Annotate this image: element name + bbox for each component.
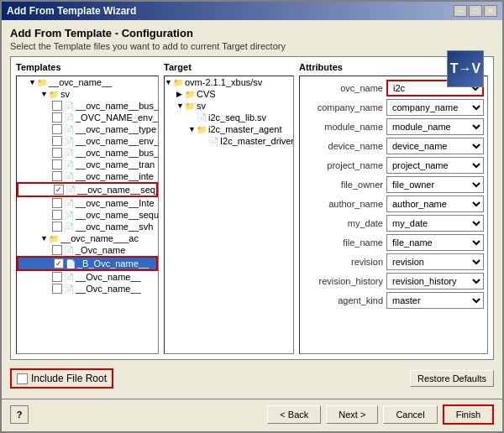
folder-icon-seq: 📄 [66,185,76,195]
finish-button[interactable]: Finish [443,404,494,425]
template-item-bus2[interactable]: 📄 __ovc_name__bus_ [17,147,158,159]
target-item-i2c-seq[interactable]: ▶ 📄 i2c_seq_lib.sv [165,112,293,123]
checkbox-ovc3[interactable] [52,272,62,282]
attr-label-revision_history: revision_history [303,276,383,286]
target-panel: Target ▼ 📁 ovm-2.1.1_xbus/sv ▶ 📁 CVS ▼ [164,62,294,354]
cancel-button[interactable]: Cancel [383,405,437,424]
maximize-button[interactable]: □ [469,5,482,17]
checkbox-bus[interactable] [52,101,62,111]
attr-select-device_name[interactable]: device_name [386,138,484,154]
template-item-ovc_name_root[interactable]: ▼ 📁 __ovc_name__ [17,76,158,88]
templates-label: Templates [16,62,159,72]
attr-select-file_name[interactable]: file_name [386,234,484,251]
checkbox-inte1[interactable] [52,171,62,181]
attr-row-company_name: company_name company_name [303,99,484,116]
template-item-env2[interactable]: 📄 __ovc_name__env_ [17,135,158,147]
main-area: Templates ▼ 📁 __ovc_name__ ▼ 📁 sv [10,56,494,360]
template-item-bvc[interactable]: ✓ 📄 _B_Ovc_name__ [17,256,158,271]
attr-select-company_name[interactable]: company_name [386,99,484,116]
attr-label-ovc_name: ovc_name [303,83,383,93]
tree-label: __Ovc_name__ [76,272,141,282]
checkbox-seq[interactable]: ✓ [54,185,64,195]
checkbox-ovc4[interactable] [52,284,62,294]
template-item-sequ2[interactable]: 📄 __ovc_name__sequ [17,209,158,221]
checkbox-bus2[interactable] [52,148,62,158]
attr-row-file_name: file_name file_name [303,234,484,251]
include-root-checkbox[interactable] [17,373,28,384]
template-item-ovc-ac[interactable]: ▼ 📁 __ovc_name___ac [17,232,158,244]
checkbox-bvc[interactable]: ✓ [54,258,64,269]
template-item-sv[interactable]: ▼ 📁 sv [17,88,158,100]
attr-label-file_owner: file_owner [303,180,383,190]
checkbox-env1[interactable] [52,112,62,123]
template-item-bus[interactable]: 📄 __ovc_name__bus_ [17,100,158,112]
folder-icon-bus2: 📄 [64,149,74,158]
folder-icon-type: 📄 [64,125,74,134]
template-item-inte2[interactable]: 📄 __ovc_name__Inte [17,197,158,209]
folder-icon-bvc: 📄 [66,259,76,269]
template-item-type[interactable]: 📄 __ovc_name__type [17,123,158,135]
target-tree[interactable]: ▼ 📁 ovm-2.1.1_xbus/sv ▶ 📁 CVS ▼ 📁 sv [164,76,294,354]
tree-label: _B_Ovc_name__ [77,258,149,269]
attr-label-agent_kind: agent_kind [303,295,383,305]
template-item-svh[interactable]: 📄 __ovc_name__svh [17,221,158,232]
attr-label-my_date: my_date [303,218,383,228]
target-item-i2c-driver[interactable]: ▶ 📄 I2c_master_driver.sv [165,135,293,147]
checkbox-env2[interactable] [52,136,62,146]
tree-label: __ovc_name__svh [76,222,153,232]
attr-label-device_name: device_name [303,141,383,151]
attr-row-agent_kind: agent_kind master [303,292,484,309]
minimize-button[interactable]: ─ [454,5,467,17]
checkbox-type[interactable] [52,124,62,134]
attr-select-author_name[interactable]: author_name [386,196,484,212]
template-item-ovc2[interactable]: 📄 _Ovc_name [17,244,158,256]
target-item-sv[interactable]: ▼ 📁 sv [165,100,293,112]
attr-select-revision[interactable]: revision [386,253,484,270]
template-item-tran[interactable]: 📄 __ovc_name__tran [17,159,158,170]
wizard-window: Add From Template Wizard ─ □ ✕ Add From … [0,0,504,433]
help-button[interactable]: ? [10,405,29,424]
back-button[interactable]: < Back [267,405,321,424]
attr-select-agent_kind[interactable]: master [386,292,484,309]
template-item-ovc3[interactable]: 📄 __Ovc_name__ [17,271,158,283]
expand-arrow-cvs: ▶ [176,90,183,98]
tree-label: i2c_seq_lib.sv [208,112,266,123]
attr-row-revision: revision revision [303,253,484,270]
checkbox-ovc2[interactable] [52,245,62,255]
folder-icon-sv-target: 📁 [185,102,195,111]
folder-icon-ovc4: 📄 [64,284,74,294]
checkbox-svh[interactable] [52,222,62,232]
template-item-seq[interactable]: ✓ 📄 __ovc_name__seq_ [17,182,158,197]
close-button[interactable]: ✕ [484,5,497,17]
tree-label: __ovc_name__bus_ [76,101,159,111]
folder-icon-sv: 📁 [49,90,59,99]
file-icon-i2c-driver: 📄 [208,137,218,146]
target-item-ovm[interactable]: ▼ 📁 ovm-2.1.1_xbus/sv [165,76,293,88]
attr-select-file_owner[interactable]: file_owner [386,176,484,193]
attr-row-module_name: module_name module_name [303,118,484,135]
folder-icon-tran: 📄 [64,160,74,170]
wizard-content: Add From Template - Configuration Select… [2,20,502,399]
checkbox-tran[interactable] [52,159,62,170]
window-title: Add From Template Wizard [7,5,136,17]
title-bar: Add From Template Wizard ─ □ ✕ [2,2,502,20]
template-item-ovc4[interactable]: 📄 __Ovc_name__ [17,283,158,295]
attr-select-revision_history[interactable]: revision_history [386,273,484,290]
target-item-cvs[interactable]: ▶ 📁 CVS [165,88,293,100]
template-item-env1[interactable]: 📄 _OVC_NAME_env_ [17,112,158,123]
next-button[interactable]: Next > [326,405,378,424]
restore-defaults-button[interactable]: Restore Defaults [410,370,494,387]
template-item-inte1[interactable]: 📄 __ovc_name__inte [17,170,158,182]
checkbox-sequ2[interactable] [52,210,62,220]
include-root-area: Include File Root [10,368,113,389]
checkbox-inte2[interactable] [52,198,62,208]
templates-tree[interactable]: ▼ 📁 __ovc_name__ ▼ 📁 sv 📄 __ovc_name__bu… [16,76,159,354]
tree-label: _OVC_NAME_env_ [76,112,158,123]
attr-select-project_name[interactable]: project_name [386,157,484,174]
attr-row-project_name: project_name project_name [303,157,484,174]
tree-label: __ovc_name__ [49,77,112,87]
tree-label: sv [60,89,70,99]
attr-select-my_date[interactable]: my_date [386,215,484,232]
attr-select-module_name[interactable]: module_name [386,118,484,135]
target-item-i2c-master[interactable]: ▼ 📁 i2c_master_agent [165,123,293,135]
